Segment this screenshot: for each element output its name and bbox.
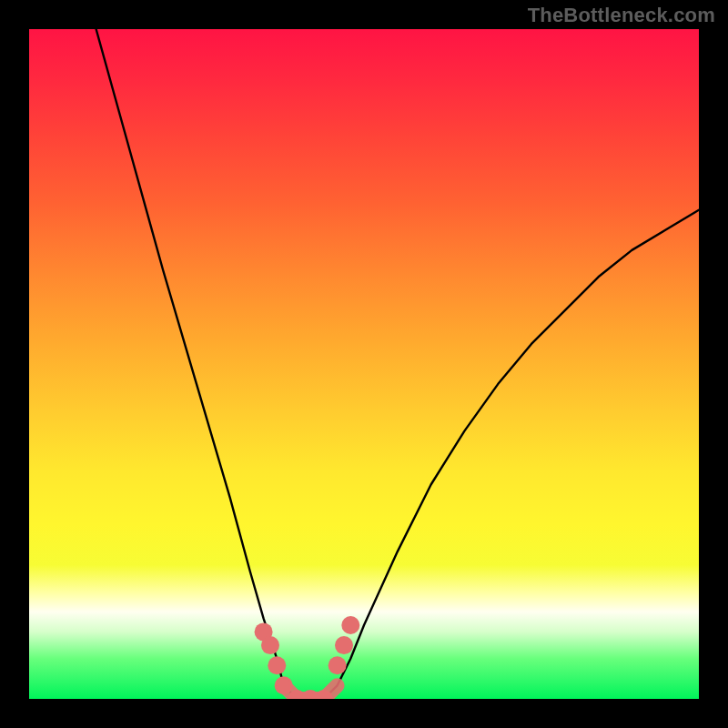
svg-point-7 [329,656,347,674]
plot-area [29,29,699,699]
attribution-label: TheBottleneck.com [528,4,715,27]
bottleneck-curve [96,29,699,699]
svg-point-8 [335,636,353,654]
chart-frame: TheBottleneck.com [0,0,728,728]
svg-point-9 [341,616,359,634]
bottleneck-curve-svg [29,29,699,699]
svg-point-2 [268,656,286,674]
valley-connector [284,685,338,699]
svg-point-1 [261,636,279,654]
